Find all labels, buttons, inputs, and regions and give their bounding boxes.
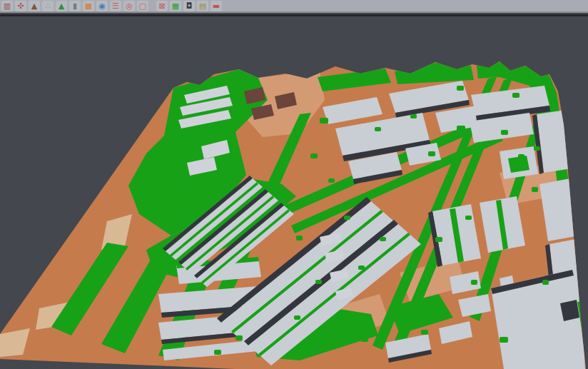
tree-blob-18 [294, 315, 300, 320]
tree-blob-15 [358, 266, 365, 270]
camera-capture-icon[interactable]: ◘ [183, 1, 195, 11]
tree-blob-29 [534, 146, 540, 151]
feature-tr-bldg-3 [537, 109, 577, 173]
tree-blob-24 [296, 236, 303, 241]
tree-blob-5 [400, 180, 407, 184]
tree-blob-4 [518, 154, 524, 159]
tree-blob-11 [500, 337, 508, 343]
tree-blob-9 [471, 280, 477, 285]
tree-blob-14 [344, 216, 350, 220]
annotation-icon[interactable]: ▤ [197, 1, 208, 11]
tree-blob-1 [428, 151, 435, 156]
flatten-tool-icon[interactable]: ▬ [211, 1, 222, 11]
application-window: ▥✣▲∴▲▮■◉☰◎▢⊠▦◘▤▬ [0, 0, 588, 369]
tree-blob-19 [465, 216, 472, 220]
tree-blob-17 [361, 337, 368, 342]
profile-slice-icon[interactable]: ▮ [69, 1, 81, 11]
rect-select-icon[interactable]: ▢ [137, 1, 148, 11]
tree-blob-6 [442, 187, 449, 191]
layer-stack-icon[interactable]: ☰ [110, 1, 121, 11]
tree-blob-20 [410, 114, 417, 118]
circle-select-icon[interactable]: ◎ [123, 1, 135, 11]
tree-blob-3 [501, 130, 508, 135]
tree-blob-7 [532, 187, 538, 192]
tree-blob-8 [435, 237, 442, 242]
green-surface-icon[interactable]: ▲ [56, 1, 67, 11]
classify-map-icon[interactable]: ▦ [170, 1, 181, 11]
tree-blob-0 [320, 118, 328, 123]
toolbar: ▥✣▲∴▲▮■◉☰◎▢⊠▦◘▤▬ [0, 0, 588, 13]
tree-blob-2 [457, 126, 465, 131]
tree-blob-27 [457, 86, 464, 91]
3d-viewport[interactable] [0, 16, 588, 369]
tree-blob-26 [214, 350, 221, 355]
color-points-icon[interactable]: ✣ [15, 1, 26, 11]
tree-blob-10 [421, 330, 428, 335]
tree-blob-13 [380, 237, 386, 241]
tree-blob-21 [375, 127, 381, 131]
terrain-mound-icon[interactable]: ▲ [29, 1, 40, 11]
tree-blob-12 [542, 280, 549, 285]
tree-blob-23 [328, 178, 335, 183]
tree-blob-25 [235, 335, 243, 340]
tree-blob-22 [310, 153, 318, 158]
tree-blob-28 [512, 93, 519, 98]
tree-blob-16 [315, 280, 322, 284]
point-cloud-icon[interactable]: ∴ [42, 1, 54, 11]
globe-view-icon[interactable]: ◉ [96, 1, 108, 11]
open-file-icon[interactable]: ▥ [1, 1, 13, 11]
clip-box-icon[interactable]: ⊠ [156, 1, 168, 11]
ortho-tile-icon[interactable]: ■ [83, 1, 94, 11]
